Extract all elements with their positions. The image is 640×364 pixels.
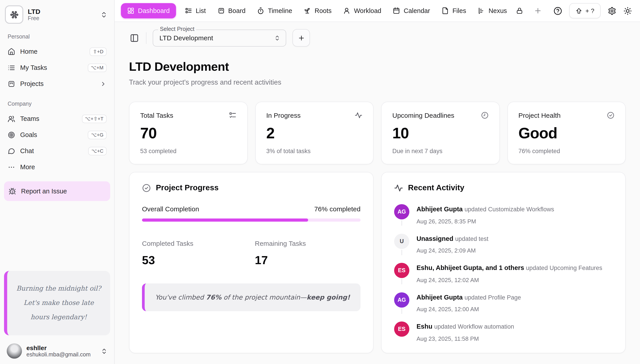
activity-action: updated Profile Page: [464, 294, 521, 301]
tab-calendar[interactable]: Calendar: [388, 3, 436, 18]
tab-label: Workload: [354, 7, 381, 14]
progress-bar-fill: [142, 218, 308, 222]
main-area: Dashboard List Board Timeline: [115, 0, 640, 364]
sidebar-item-goals[interactable]: Goals ⌥+G: [4, 127, 110, 143]
tab-label: Calendar: [404, 7, 430, 14]
avatar: U: [394, 234, 409, 249]
sidebar-item-label: Teams: [20, 115, 39, 122]
lock-button[interactable]: [513, 3, 526, 18]
avatar: AG: [394, 292, 409, 307]
sidebar-item-teams[interactable]: Teams ⌥+⇧+T: [4, 110, 110, 127]
quote-bold: keep going!: [306, 294, 350, 301]
layout-dashboard-icon: [127, 7, 134, 14]
user-icon: [343, 7, 350, 14]
tab-label: List: [196, 7, 206, 14]
tab-dashboard[interactable]: Dashboard: [121, 3, 176, 18]
app-window: LTD Free Personal Home ⇧+D My Tasks ⌥+M: [0, 0, 640, 364]
theme-toggle-button[interactable]: [624, 6, 632, 15]
stat-subtext: Due in next 7 days: [392, 148, 488, 154]
add-project-button[interactable]: [292, 29, 310, 46]
gear-network-icon: [9, 10, 19, 20]
sidebar-item-label: Projects: [20, 80, 44, 87]
sidebar-item-my-tasks[interactable]: My Tasks ⌥+M: [4, 60, 110, 76]
report-issue-label: Report an Issue: [21, 188, 67, 195]
topbar-actions: + ?: [554, 3, 632, 18]
activity-action: updated test: [455, 235, 488, 242]
stat-title: Project Health: [518, 112, 560, 119]
tab-label: Board: [228, 7, 246, 14]
shortcut-badge: ⇧+D: [90, 47, 106, 56]
activity-item[interactable]: ES Eshu, Abhijeet Gupta, and 1 others up…: [394, 263, 613, 283]
bug-icon: [8, 187, 16, 195]
completed-tasks-label: Completed Tasks: [142, 240, 248, 247]
sun-icon: [624, 6, 632, 15]
sidebar-item-label: Home: [20, 48, 38, 55]
activity-time: Aug 23, 2025, 11:58 PM: [416, 335, 514, 342]
report-issue-button[interactable]: Report an Issue: [4, 181, 110, 201]
activity-list: AG Abhijeet Gupta updated Customizable W…: [394, 204, 613, 342]
stat-value: 10: [392, 124, 488, 142]
user-menu[interactable]: eshller eshukoli.mba@gmail.com: [4, 341, 110, 360]
sidebar-item-projects[interactable]: Projects: [4, 76, 110, 92]
sidebar-item-more[interactable]: More: [4, 159, 110, 175]
stat-card-project-health: Project Health Good 76% completed: [507, 102, 626, 164]
toolbar-divider: [146, 32, 146, 44]
tab-timeline[interactable]: Timeline: [252, 3, 298, 18]
shortcuts-button-label: + ?: [585, 7, 594, 14]
stat-title: Total Tasks: [140, 112, 173, 119]
tab-workload[interactable]: Workload: [338, 3, 387, 18]
stat-value: Good: [518, 124, 614, 142]
activity-actor: Eshu: [416, 323, 432, 330]
tab-label: Files: [452, 7, 466, 14]
shortcuts-button[interactable]: + ?: [569, 3, 600, 18]
panel-title: Recent Activity: [408, 183, 464, 192]
chevrons-up-down-icon[interactable]: [100, 11, 108, 18]
activity-action: updated Customizable Workflows: [464, 206, 554, 213]
kanban-icon: [8, 80, 15, 88]
tab-board[interactable]: Board: [212, 3, 251, 18]
activity-item[interactable]: AG Abhijeet Gupta updated Customizable W…: [394, 204, 613, 224]
help-button[interactable]: [554, 6, 562, 15]
workspace-name: LTD: [28, 8, 40, 16]
quote-text: You've climbed: [155, 294, 206, 301]
sidebar-toggle-button[interactable]: [129, 32, 140, 43]
activity-item[interactable]: AG Abhijeet Gupta updated Profile Page A…: [394, 292, 613, 312]
stat-title: In Progress: [266, 112, 300, 119]
chevron-right-icon: [100, 80, 106, 87]
tab-files[interactable]: Files: [436, 3, 472, 18]
activity-icon: [394, 183, 403, 192]
chevrons-up-down-icon: [274, 35, 280, 41]
project-select[interactable]: Select Project LTD Development: [153, 29, 286, 46]
sidebar-item-home[interactable]: Home ⇧+D: [4, 44, 110, 60]
avatar: ES: [394, 263, 409, 278]
settings-button[interactable]: [608, 6, 616, 15]
activity-time: Aug 26, 2025, 8:35 PM: [416, 218, 554, 224]
checklist-icon: [229, 112, 236, 119]
chat-icon: [8, 147, 15, 155]
recent-activity-card: Recent Activity AG Abhijeet Gupta update…: [381, 172, 626, 353]
activity-actor: Abhijeet Gupta: [416, 206, 463, 213]
shortcut-badge: ⌥+C: [88, 147, 106, 155]
sidebar-item-label: My Tasks: [20, 64, 47, 71]
add-tab-button[interactable]: [530, 7, 546, 15]
tab-nexus[interactable]: Nexus: [472, 3, 512, 18]
tab-list[interactable]: List: [180, 3, 211, 18]
shift-arrow-icon: [576, 8, 582, 14]
clock-icon: [481, 112, 488, 119]
activity-item[interactable]: ES Eshu updated Workflow automation Aug …: [394, 322, 613, 342]
workspace-switcher[interactable]: LTD Free: [4, 4, 110, 24]
lock-icon: [516, 7, 523, 14]
shortcut-badge: ⌥+G: [88, 130, 106, 139]
sidebar-item-label: More: [20, 164, 35, 170]
tab-label: Dashboard: [138, 7, 170, 14]
tab-roots[interactable]: Roots: [298, 3, 337, 18]
quote-bold: 76%: [206, 294, 221, 301]
sidebar-item-chat[interactable]: Chat ⌥+C: [4, 143, 110, 159]
quote-text: of the project mountain—: [222, 294, 306, 301]
activity-time: Aug 24, 2025, 12:02 AM: [416, 276, 602, 283]
activity-item[interactable]: U Unassigned updated test Aug 24, 2025, …: [394, 234, 613, 254]
sidebar-item-label: Goals: [20, 131, 37, 138]
sidebar: LTD Free Personal Home ⇧+D My Tasks ⌥+M: [0, 0, 115, 364]
activity-action: updated Workflow automation: [434, 324, 514, 330]
sidebar-item-label: Chat: [20, 147, 34, 154]
